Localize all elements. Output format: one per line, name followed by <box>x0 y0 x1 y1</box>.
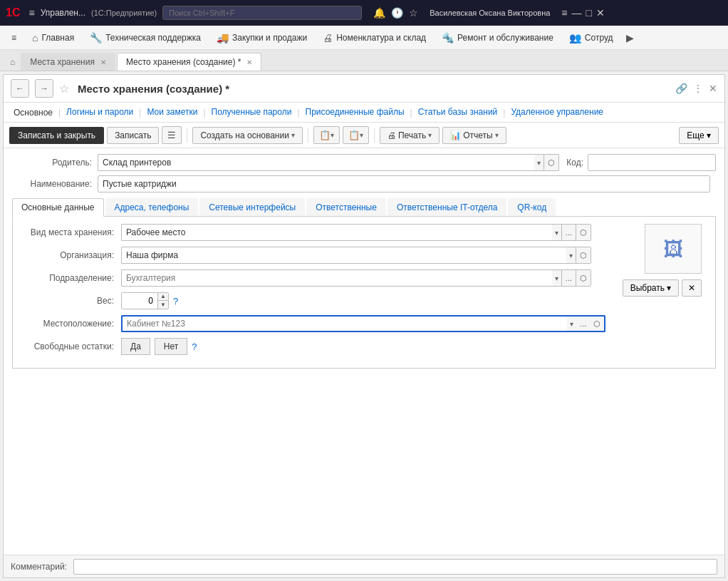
bell-icon[interactable]: 🔔 <box>373 7 385 19</box>
toolbar: Записать и закрыть Записать ☰ Создать на… <box>4 123 724 148</box>
search-input[interactable] <box>162 6 362 20</box>
sub-tab-passwords[interactable]: Полученные пароли <box>209 106 295 119</box>
clipboard-btn1[interactable]: 📋 ▾ <box>313 126 340 144</box>
menu-item-staff[interactable]: 👥 Сотруд <box>562 29 620 46</box>
bookmark-icon[interactable]: ☆ <box>59 82 69 96</box>
hamburger-menu[interactable]: ≡ <box>4 30 24 46</box>
sub-tab-files[interactable]: Присоединенные файлы <box>303 106 407 119</box>
vybrat-close-button[interactable]: ✕ <box>682 279 702 297</box>
sub-tab-basic[interactable]: Основное <box>11 106 56 119</box>
inner-tab-qr[interactable]: QR-код <box>508 198 556 216</box>
parent-open-btn[interactable]: ⬡ <box>544 154 559 171</box>
inner-tab-responsible[interactable]: Ответственные <box>306 198 386 216</box>
weight-decrement-btn[interactable]: ▼ <box>158 301 168 309</box>
inner-tab-main-data[interactable]: Основные данные <box>12 198 104 217</box>
tab-storage-list-close[interactable]: ✕ <box>100 58 106 66</box>
name-input[interactable] <box>98 175 710 192</box>
free-stock-net-btn[interactable]: Нет <box>155 338 187 355</box>
vybrat-area: Выбрать ▾ ✕ <box>623 279 702 297</box>
clock-icon[interactable]: 🕐 <box>391 7 403 19</box>
parent-input[interactable] <box>98 154 534 171</box>
hamburger-icon[interactable]: ≡ <box>28 7 34 19</box>
location-dropdown-btn[interactable]: ▾ <box>567 315 576 332</box>
weight-input[interactable] <box>122 293 157 309</box>
home-tab-icon: ⌂ <box>10 57 15 67</box>
vybrat-dropdown[interactable]: ▾ <box>667 283 671 293</box>
storage-type-open-btn[interactable]: ⬡ <box>576 224 591 241</box>
clipboard-btn2[interactable]: 📋 ▾ <box>343 126 369 144</box>
toolbar-separator <box>187 128 187 143</box>
form-close-icon[interactable]: ✕ <box>709 83 717 94</box>
settings-icon[interactable]: ≡ <box>561 7 567 19</box>
list-view-button[interactable]: ☰ <box>162 126 182 144</box>
link-icon[interactable]: 🔗 <box>675 83 687 94</box>
eshche-button[interactable]: Еще ▾ <box>679 127 719 144</box>
comment-input[interactable] <box>73 559 717 575</box>
sub-tab-notes[interactable]: Мои заметки <box>144 106 200 119</box>
form-more-icon[interactable]: ⋮ <box>693 83 703 94</box>
menu-item-warehouse[interactable]: 🖨 Номенклатура и склад <box>316 29 433 46</box>
location-label: Местоположение: <box>21 319 121 329</box>
menu-item-support[interactable]: 🔧 Техническая поддержка <box>83 29 208 46</box>
create-basis-dropdown[interactable]: ▾ <box>291 131 295 139</box>
weight-increment-btn[interactable]: ▲ <box>158 293 168 301</box>
reports-button[interactable]: 📊 Отчеты ▾ <box>442 127 506 144</box>
clipboard-dropdown1[interactable]: ▾ <box>331 131 334 139</box>
subdivision-dots-btn[interactable]: ... <box>562 269 576 287</box>
subdivision-input[interactable] <box>121 269 552 287</box>
parent-dropdown-btn[interactable]: ▾ <box>534 154 544 171</box>
sub-tab-remote[interactable]: Удаленное управление <box>508 106 606 119</box>
tab-storage-list[interactable]: Места хранения ✕ <box>21 53 115 71</box>
save-button[interactable]: Записать <box>107 127 159 144</box>
inner-tab-addresses[interactable]: Адреса, телефоны <box>105 198 199 216</box>
create-basis-label: Создать на основании <box>200 130 289 140</box>
sub-tab-logins[interactable]: Логины и пароли <box>63 106 136 119</box>
print-dropdown[interactable]: ▾ <box>428 131 432 139</box>
inner-tab-it-responsible[interactable]: Ответственные IT-отдела <box>388 198 506 216</box>
location-dots-btn[interactable]: ... <box>576 315 590 332</box>
location-input[interactable] <box>121 315 567 332</box>
close-window-button[interactable]: ✕ <box>596 7 605 19</box>
sub-tab-knowledge[interactable]: Статьи базы знаний <box>415 106 501 119</box>
organization-open-btn[interactable]: ⬡ <box>576 247 591 264</box>
menu-more-button[interactable]: ▶ <box>622 29 638 46</box>
free-stock-da-btn[interactable]: Да <box>121 338 150 355</box>
menu-item-repair[interactable]: 🔩 Ремонт и обслуживание <box>435 29 561 46</box>
storage-type-dots-btn[interactable]: ... <box>562 224 576 241</box>
print-icon: 🖨 <box>388 130 396 140</box>
weight-label: Вес: <box>21 296 121 306</box>
clipboard-dropdown2[interactable]: ▾ <box>360 131 363 139</box>
reports-dropdown[interactable]: ▾ <box>495 131 499 139</box>
repair-icon: 🔩 <box>442 32 454 43</box>
storage-type-input[interactable] <box>121 224 552 241</box>
organization-dropdown-btn[interactable]: ▾ <box>566 247 576 264</box>
eshche-label: Еще <box>687 130 704 140</box>
print-button[interactable]: 🖨 Печать ▾ <box>380 127 440 144</box>
weight-help-icon[interactable]: ? <box>173 296 178 307</box>
inner-tab-network[interactable]: Сетевые интерфейсы <box>199 198 305 216</box>
save-close-button[interactable]: Записать и закрыть <box>9 127 104 144</box>
code-input[interactable] <box>588 154 716 171</box>
menu-item-purchases[interactable]: 🚚 Закупки и продажи <box>209 29 314 46</box>
subdivision-open-btn[interactable]: ⬡ <box>576 269 591 287</box>
subdivision-dropdown-btn[interactable]: ▾ <box>552 269 562 287</box>
location-open-btn[interactable]: ⬡ <box>590 315 605 332</box>
tab-home[interactable]: ⌂ <box>4 53 21 71</box>
organization-input[interactable] <box>121 247 566 264</box>
menu-item-home[interactable]: ⌂ Главная <box>25 29 81 46</box>
free-stock-help-icon[interactable]: ? <box>192 341 197 352</box>
storage-type-dropdown-btn[interactable]: ▾ <box>552 224 562 241</box>
minimize-button[interactable]: — <box>572 7 582 19</box>
location-wrap: ▾ ... ⬡ <box>121 315 605 332</box>
nav-forward-button[interactable]: → <box>35 79 53 98</box>
maximize-button[interactable]: □ <box>586 7 592 19</box>
tab-content: ← → ☆ Место хранения (создание) * 🔗 ⋮ ✕ … <box>3 74 725 578</box>
vybrat-button[interactable]: Выбрать ▾ <box>623 279 679 297</box>
tab-storage-create-close[interactable]: ✕ <box>246 58 252 66</box>
form-header: ← → ☆ Место хранения (создание) * 🔗 ⋮ ✕ <box>4 75 724 103</box>
tab-storage-create[interactable]: Место хранения (создание) * ✕ <box>117 53 262 71</box>
nav-back-button[interactable]: ← <box>11 79 29 98</box>
star-icon[interactable]: ☆ <box>409 7 418 19</box>
create-basis-button[interactable]: Создать на основании ▾ <box>192 127 303 144</box>
toolbar-separator2 <box>308 128 308 143</box>
